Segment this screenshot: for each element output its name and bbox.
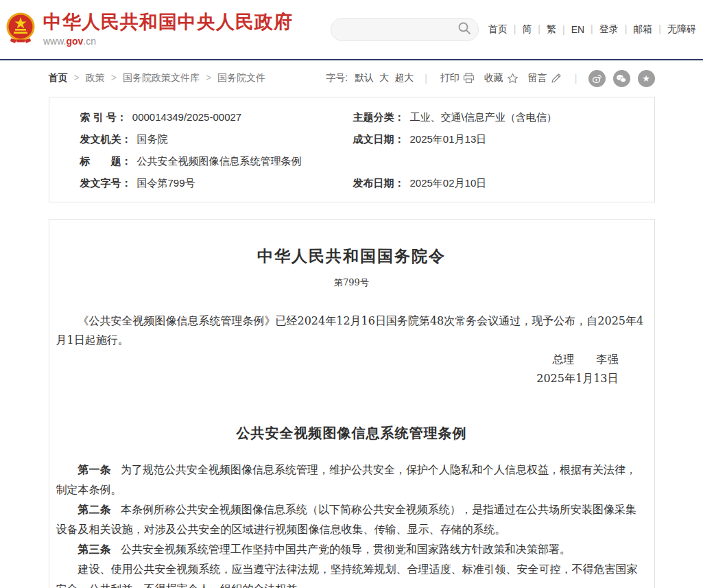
meta-value: 工业、交通\信息产业（含电信） <box>410 110 557 125</box>
article-paragraph: 第二条本条例所称公共安全视频图像信息系统（以下简称公共安全视频系统），是指通过在… <box>56 499 647 539</box>
meta-value: 国务院 <box>137 132 168 147</box>
site-brand[interactable]: 中华人民共和国中央人民政府 www.gov.cn <box>5 12 293 47</box>
top-nav-link[interactable]: 邮箱 <box>619 23 653 36</box>
regulation-title: 公共安全视频图像信息系统管理条例 <box>56 424 647 443</box>
article-paragraph: 建设、使用公共安全视频系统，应当遵守法律法规，坚持统筹规划、合理适度、标准引领、… <box>56 559 647 588</box>
article-number: 第三条 <box>78 543 111 556</box>
article-text: 建设、使用公共安全视频系统，应当遵守法律法规，坚持统筹规划、合理适度、标准引领、… <box>56 563 638 588</box>
announcement-paragraph: 《公共安全视频图像信息系统管理条例》已经2024年12月16日国务院第48次常务… <box>56 311 647 350</box>
top-nav-link[interactable]: 繁 <box>532 23 556 36</box>
article-text: 为了规范公共安全视频图像信息系统管理，维护公共安全，保护个人隐私和个人信息权益，… <box>56 463 636 496</box>
meta-row: 索 引 号： 000014349/2025-00027 主题分类： 工业、交通\… <box>49 106 654 128</box>
top-nav-link[interactable]: 简 <box>508 23 532 36</box>
meta-row: 发文字号： 国令第799号 发布日期： 2025年02月10日 <box>49 172 654 194</box>
favorite-button[interactable]: 收藏 <box>484 72 519 84</box>
breadcrumb-link[interactable]: 国务院文件 <box>200 72 265 84</box>
meta-row: 发文机关： 国务院 成文日期： 2025年01月13日 <box>49 128 654 150</box>
favorite-share-icon[interactable]: ★ <box>638 70 655 87</box>
print-label: 打印 <box>440 72 460 84</box>
document-content: 中华人民共和国国务院令 第799号 《公共安全视频图像信息系统管理条例》已经20… <box>49 219 655 588</box>
breadcrumb-link[interactable]: 国务院政策文件库 <box>105 72 200 84</box>
meta-label: 索 引 号： <box>80 110 127 125</box>
meta-row: 标 题： 公共安全视频图像信息系统管理条例 <box>49 150 654 172</box>
star-icon <box>507 73 519 84</box>
search-input[interactable] <box>341 23 457 36</box>
meta-label: 主题分类： <box>353 110 405 125</box>
article-text: 公共安全视频系统管理工作坚持中国共产党的领导，贯彻党和国家路线方针政策和决策部署… <box>121 543 571 556</box>
toolbar-divider: | <box>575 73 577 84</box>
meta-label: 标 题： <box>80 154 132 169</box>
weibo-icon[interactable] <box>588 70 606 87</box>
site-url: www.gov.cn <box>43 36 293 47</box>
meta-value: 公共安全视频图像信息系统管理条例 <box>137 154 302 169</box>
share-buttons: ★ <box>588 70 655 87</box>
article-toolbar: 字号: 默认 大 超大 | 打印 收藏 <box>326 70 654 87</box>
decree-title: 中华人民共和国国务院令 <box>56 246 647 267</box>
font-size-label: 字号: <box>326 72 348 84</box>
search-box[interactable] <box>331 18 479 41</box>
meta-label: 发文字号： <box>80 176 132 191</box>
comment-label: 留言 <box>528 72 547 84</box>
comment-button[interactable]: 留言 <box>528 72 562 84</box>
wechat-icon[interactable] <box>613 70 630 87</box>
top-nav-link[interactable]: 无障碍 <box>652 23 696 36</box>
article-number: 第一条 <box>78 463 111 476</box>
top-nav: 首页简繁EN登录邮箱无障碍 <box>488 23 696 36</box>
signer-line: 总理 李强 <box>56 350 647 369</box>
print-button[interactable]: 打印 <box>440 72 475 84</box>
toolbar-divider: | <box>425 73 427 84</box>
breadcrumb-link[interactable]: 首页 <box>49 72 68 84</box>
meta-label: 发文机关： <box>80 132 132 147</box>
font-size-large[interactable]: 大 <box>379 72 389 84</box>
article-text: 本条例所称公共安全视频图像信息系统（以下简称公共安全视频系统），是指通过在公共场… <box>56 503 636 536</box>
top-nav-link[interactable]: 首页 <box>488 23 508 36</box>
article-paragraph: 第三条公共安全视频系统管理工作坚持中国共产党的领导，贯彻党和国家路线方针政策和决… <box>56 539 647 559</box>
font-size-default[interactable]: 默认 <box>355 72 374 84</box>
breadcrumb: 首页政策国务院政策文件库国务院文件 <box>49 72 266 84</box>
search-icon[interactable] <box>457 21 471 38</box>
top-nav-link[interactable]: EN <box>556 24 584 35</box>
site-title: 中华人民共和国中央人民政府 <box>43 12 293 33</box>
site-header: 中华人民共和国中央人民政府 www.gov.cn 首页简繁EN登录邮箱无障碍 <box>0 0 703 60</box>
printer-icon <box>463 73 475 84</box>
article-paragraph: 第一条为了规范公共安全视频图像信息系统管理，维护公共安全，保护个人隐私和个人信息… <box>56 460 647 499</box>
articles-section: 第一条为了规范公共安全视频图像信息系统管理，维护公共安全，保护个人隐私和个人信息… <box>56 460 647 588</box>
meta-value: 2025年02月10日 <box>410 176 487 191</box>
font-size-xlarge[interactable]: 超大 <box>394 72 414 84</box>
document-meta-table: 索 引 号： 000014349/2025-00027 主题分类： 工业、交通\… <box>49 97 655 202</box>
meta-value: 000014349/2025-00027 <box>132 110 241 125</box>
meta-value: 国令第799号 <box>137 176 195 191</box>
meta-value: 2025年01月13日 <box>410 132 487 147</box>
top-nav-link[interactable]: 登录 <box>584 23 619 36</box>
breadcrumb-link[interactable]: 政策 <box>68 72 105 84</box>
sign-date-line: 2025年1月13日 <box>56 369 647 388</box>
pencil-icon <box>551 73 562 84</box>
article-number: 第二条 <box>78 503 111 516</box>
national-emblem-icon <box>5 12 36 47</box>
favorite-label: 收藏 <box>484 72 503 84</box>
decree-number: 第799号 <box>56 277 647 289</box>
meta-label: 发布日期： <box>353 176 405 191</box>
meta-label: 成文日期： <box>353 132 405 147</box>
